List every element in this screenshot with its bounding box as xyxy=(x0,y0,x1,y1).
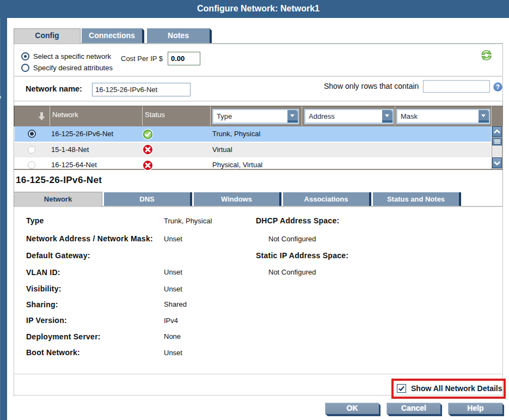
svg-text:?: ? xyxy=(496,83,500,91)
